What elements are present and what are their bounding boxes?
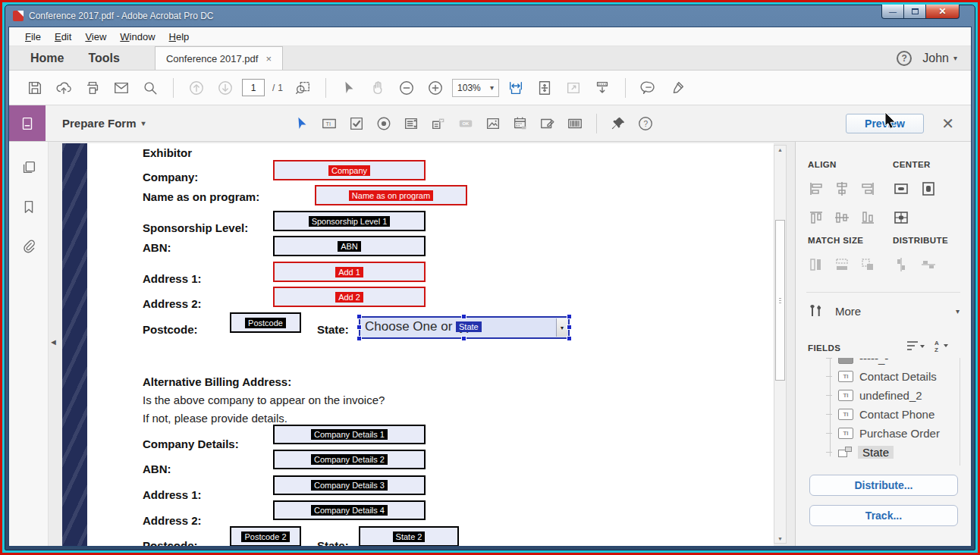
form-field-sponsorship[interactable]: Sponsorship Level 1 xyxy=(273,211,426,231)
menu-edit[interactable]: Edit xyxy=(48,29,78,45)
form-help-button[interactable]: ? xyxy=(633,111,658,136)
marquee-zoom-button[interactable] xyxy=(291,76,315,100)
print-button[interactable] xyxy=(80,76,105,100)
field-list-item-selected[interactable]: State xyxy=(826,443,894,461)
zoom-level-select[interactable]: 103%▾ xyxy=(452,79,499,97)
field-list-item[interactable]: TIContact Details xyxy=(826,367,937,385)
form-field-state-2[interactable]: State 2 xyxy=(359,526,459,546)
selection-handle[interactable] xyxy=(357,325,362,330)
highlight-button[interactable] xyxy=(665,76,689,100)
form-field-company-details-4[interactable]: Company Details 4 xyxy=(273,500,426,520)
form-field-postcode[interactable]: Postcode xyxy=(230,312,301,333)
scroll-down-arrow[interactable]: ▼ xyxy=(774,536,786,541)
page-number-input[interactable] xyxy=(242,79,265,96)
image-field-tool[interactable] xyxy=(481,111,505,136)
edit-fields-tool[interactable] xyxy=(290,111,314,136)
center-vertically-button[interactable] xyxy=(919,180,938,198)
fields-scrollbar[interactable]: ▲ ≡ ▼ xyxy=(960,358,960,466)
match-width-button[interactable] xyxy=(832,256,852,274)
share-button[interactable] xyxy=(52,76,76,100)
scrollbar-thumb[interactable] xyxy=(775,220,785,381)
select-tool-button[interactable] xyxy=(337,76,361,100)
selection-handle[interactable] xyxy=(461,336,466,341)
help-icon[interactable]: ? xyxy=(897,51,912,66)
scroll-up-arrow[interactable]: ▲ xyxy=(774,147,786,152)
prepare-form-tool-tile[interactable] xyxy=(9,105,46,141)
distribute-horizontally-button[interactable] xyxy=(919,256,938,274)
form-field-address1[interactable]: Add 1 xyxy=(273,262,426,282)
match-both-button[interactable] xyxy=(858,256,878,274)
align-horizontal-center-button[interactable] xyxy=(832,180,852,198)
maximize-button[interactable] xyxy=(904,5,926,19)
list-box-tool[interactable] xyxy=(399,111,423,136)
match-height-button[interactable] xyxy=(806,256,826,274)
field-list-item-partial[interactable]: -----_- xyxy=(826,358,888,367)
zoom-out-button[interactable] xyxy=(394,76,419,100)
distribute-form-button[interactable]: Distribute... xyxy=(809,475,958,496)
menu-help[interactable]: Help xyxy=(162,29,196,45)
selection-handle[interactable] xyxy=(357,336,362,341)
dropdown-tool[interactable] xyxy=(426,111,451,136)
text-field-tool[interactable]: TI xyxy=(317,111,341,136)
form-field-address2[interactable]: Add 2 xyxy=(273,287,426,307)
document-area[interactable]: ◄ ► Exhibitor Company: Company Name as o… xyxy=(49,142,795,546)
close-button[interactable]: ✕ xyxy=(926,5,960,19)
document-scrollbar[interactable]: ▲ ▼ xyxy=(774,145,787,544)
prepare-form-title[interactable]: Prepare Form▾ xyxy=(62,117,146,130)
selection-handle[interactable] xyxy=(461,314,466,319)
track-button[interactable]: Track... xyxy=(809,505,958,526)
tab-document[interactable]: Conference 2017.pdf × xyxy=(155,46,283,70)
presentation-button[interactable] xyxy=(590,76,614,100)
form-field-postcode-2[interactable]: Postcode 2 xyxy=(230,526,301,546)
form-field-name-on-program[interactable]: Name as on program xyxy=(315,185,467,205)
center-horizontally-button[interactable] xyxy=(891,180,911,198)
form-field-abn[interactable]: ABN xyxy=(273,236,426,256)
zoom-in-button[interactable] xyxy=(423,76,448,100)
minimize-button[interactable]: — xyxy=(881,5,904,19)
comment-button[interactable] xyxy=(636,76,661,100)
form-field-company[interactable]: Company xyxy=(273,160,426,180)
more-menu[interactable]: More ▾ xyxy=(808,303,960,319)
center-both-button[interactable] xyxy=(891,209,911,227)
align-vertical-center-button[interactable] xyxy=(832,209,852,227)
tab-tools[interactable]: Tools xyxy=(76,46,131,70)
distribute-vertically-button[interactable] xyxy=(891,256,911,274)
hand-tool-button[interactable] xyxy=(366,76,390,100)
close-prepare-form-button[interactable]: ✕ xyxy=(941,114,954,133)
menu-window[interactable]: Window xyxy=(113,29,162,45)
bookmarks-button[interactable] xyxy=(17,195,41,219)
attachments-button[interactable] xyxy=(17,234,41,259)
find-button[interactable] xyxy=(138,76,162,100)
selection-handle[interactable] xyxy=(567,325,572,330)
button-tool[interactable]: OK xyxy=(454,111,478,136)
tab-close-icon[interactable]: × xyxy=(265,53,272,64)
date-field-tool[interactable] xyxy=(508,111,532,136)
collapse-sidebar-arrow[interactable]: ◄ xyxy=(49,337,58,346)
title-bar[interactable]: Conference 2017.pdf - Adobe Acrobat Pro … xyxy=(5,5,975,27)
align-right-button[interactable] xyxy=(858,180,878,198)
sort-by-order-button[interactable] xyxy=(906,340,925,354)
field-list-item[interactable]: TIPurchase Order xyxy=(826,424,940,442)
selection-handle[interactable] xyxy=(567,314,572,319)
field-list-item[interactable]: TIContact Phone xyxy=(826,405,934,423)
email-button[interactable] xyxy=(109,76,133,100)
form-field-state-dropdown[interactable]: Choose One or type State ▾ xyxy=(359,316,570,339)
align-bottom-button[interactable] xyxy=(858,209,878,227)
radio-button-tool[interactable] xyxy=(372,111,396,136)
menu-file[interactable]: File xyxy=(18,29,48,45)
scrolling-mode-button[interactable] xyxy=(504,76,528,100)
page-thumbnails-button[interactable] xyxy=(17,155,41,180)
menu-view[interactable]: View xyxy=(78,29,113,45)
checkbox-tool[interactable] xyxy=(344,111,369,136)
form-field-company-details-1[interactable]: Company Details 1 xyxy=(273,425,426,444)
fullscreen-button[interactable] xyxy=(561,76,586,100)
form-field-company-details-2[interactable]: Company Details 2 xyxy=(273,450,426,469)
keep-tool-selected-button[interactable] xyxy=(606,111,630,136)
align-left-button[interactable] xyxy=(806,180,826,198)
previous-page-button[interactable] xyxy=(184,76,209,100)
selection-handle[interactable] xyxy=(357,314,362,319)
dropdown-arrow-button[interactable]: ▾ xyxy=(556,318,567,337)
form-field-company-details-3[interactable]: Company Details 3 xyxy=(273,475,426,495)
align-top-button[interactable] xyxy=(806,209,826,227)
barcode-field-tool[interactable] xyxy=(563,111,587,136)
